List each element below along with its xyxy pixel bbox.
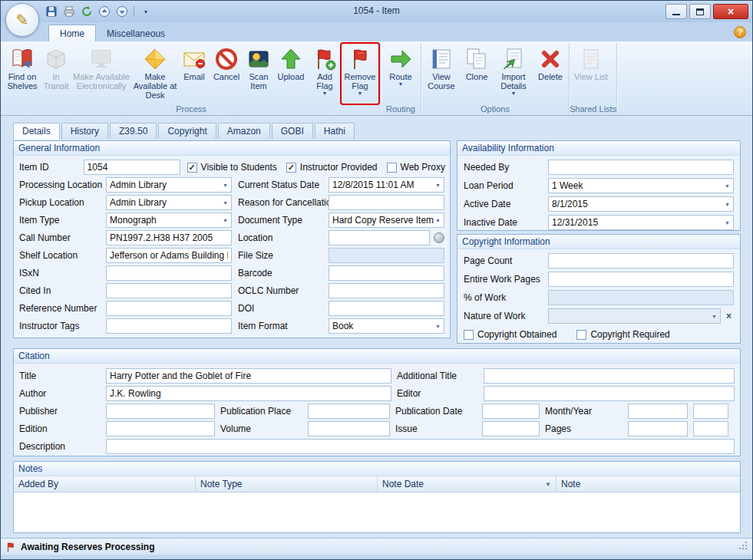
doi-input[interactable]: [329, 301, 444, 316]
edition-input[interactable]: [106, 421, 215, 436]
reference-number-input[interactable]: [106, 301, 232, 316]
copyright-required-label: Copyright Required: [590, 329, 669, 340]
upload-button[interactable]: Upload: [274, 44, 308, 104]
refresh-button[interactable]: [79, 4, 94, 19]
additional-title-input[interactable]: [484, 368, 735, 384]
next-item-button[interactable]: [114, 4, 130, 19]
pages-start-input[interactable]: [628, 421, 688, 436]
remove-flag-button[interactable]: Remove Flag ▼: [342, 44, 378, 104]
tab-amazon[interactable]: Amazon: [218, 123, 270, 139]
delete-button[interactable]: Delete: [533, 44, 567, 104]
ribbon-tab-miscellaneous[interactable]: Miscellaneous: [96, 25, 176, 41]
instructor-tags-input[interactable]: [106, 318, 232, 334]
add-flag-dropdown-icon[interactable]: ▼: [322, 91, 328, 97]
resize-grip[interactable]: [738, 541, 748, 552]
find-on-shelves-button[interactable]: Find on Shelves: [4, 44, 41, 104]
nature-of-work-clear-button[interactable]: ×: [721, 311, 734, 321]
call-number-input[interactable]: [106, 230, 232, 245]
notes-table-body[interactable]: [14, 492, 740, 532]
pages-label: Pages: [540, 423, 628, 434]
minimize-button[interactable]: [665, 4, 687, 19]
publication-date-input[interactable]: [482, 404, 540, 419]
publication-place-input[interactable]: [308, 404, 390, 419]
active-date-select[interactable]: 8/1/2015▼: [548, 196, 734, 212]
instructor-provided-checkbox[interactable]: Instructor Provided: [286, 162, 378, 173]
description-input[interactable]: [106, 439, 735, 454]
column-header-note-type[interactable]: Note Type: [196, 476, 378, 492]
import-details-dropdown-icon[interactable]: ▼: [511, 91, 517, 97]
year-input[interactable]: [693, 404, 728, 419]
author-input[interactable]: [106, 386, 391, 401]
tab-copyright[interactable]: Copyright: [158, 123, 216, 139]
route-button[interactable]: Route ▼: [382, 44, 419, 104]
editor-input[interactable]: [484, 386, 735, 401]
visible-to-students-checkbox[interactable]: Visible to Students: [187, 162, 277, 173]
item-type-select[interactable]: Monograph▼: [106, 212, 232, 228]
print-button[interactable]: [61, 4, 77, 19]
column-header-added-by[interactable]: Added By: [14, 476, 196, 492]
entire-work-pages-input[interactable]: [548, 272, 734, 287]
ribbon-tab-home[interactable]: Home: [48, 25, 96, 41]
reason-for-cancellation-input[interactable]: [329, 195, 444, 210]
clone-button[interactable]: Clone: [460, 44, 494, 104]
title-input[interactable]: [106, 368, 391, 384]
inactive-date-select[interactable]: 12/31/2015▼: [548, 215, 734, 230]
pages-end-input[interactable]: [693, 421, 728, 436]
pickup-location-select[interactable]: Admin Library▼: [106, 195, 232, 210]
publisher-input[interactable]: [106, 404, 215, 419]
status-text: Awaiting Reserves Processing: [21, 542, 155, 552]
volume-input[interactable]: [308, 421, 390, 436]
cancel-button[interactable]: Cancel: [210, 44, 243, 104]
location-indicator-icon[interactable]: [434, 232, 444, 243]
close-button[interactable]: ×: [713, 4, 748, 19]
barcode-input[interactable]: [329, 265, 444, 281]
import-details-button[interactable]: Import Details ▼: [494, 44, 533, 104]
scan-item-button[interactable]: Scan Item: [243, 44, 274, 104]
make-available-electronically-button: Make Available Electronically: [71, 44, 131, 104]
route-dropdown-icon[interactable]: ▼: [398, 81, 404, 87]
current-status-date-select[interactable]: 12/8/2015 11:01 AM▼: [329, 177, 444, 193]
view-course-button[interactable]: View Course: [423, 44, 460, 104]
item-format-select[interactable]: Book▼: [329, 318, 444, 334]
maximize-button[interactable]: [689, 4, 711, 19]
save-button[interactable]: [44, 4, 59, 19]
tab-gobi[interactable]: GOBI: [272, 123, 313, 139]
make-available-at-desk-button[interactable]: Make Available at Desk: [131, 44, 179, 104]
copyright-obtained-checkbox[interactable]: Copyright Obtained: [464, 329, 556, 340]
item-id-input[interactable]: [84, 160, 180, 175]
copyright-required-checkbox[interactable]: Copyright Required: [576, 329, 669, 340]
app-icon[interactable]: ✎: [5, 3, 39, 37]
detail-tabs: Details History Z39.50 Copyright Amazon …: [13, 122, 741, 139]
isxn-input[interactable]: [106, 265, 232, 281]
issue-input[interactable]: [482, 421, 540, 436]
tab-history[interactable]: History: [61, 123, 108, 139]
add-flag-button[interactable]: Add Flag ▼: [308, 44, 342, 104]
page-count-input[interactable]: [548, 253, 734, 268]
cited-in-input[interactable]: [106, 283, 232, 298]
remove-flag-dropdown-icon[interactable]: ▼: [358, 91, 363, 97]
tab-hathi[interactable]: Hathi: [315, 123, 355, 139]
shelf-location-input[interactable]: [106, 248, 232, 263]
previous-item-button[interactable]: [97, 4, 112, 19]
column-header-note[interactable]: Note: [556, 476, 740, 492]
tab-z3950[interactable]: Z39.50: [110, 123, 157, 139]
needed-by-input[interactable]: [548, 160, 734, 175]
help-button[interactable]: ?: [734, 26, 746, 38]
web-proxy-checkbox[interactable]: Web Proxy: [387, 162, 445, 173]
month-input[interactable]: [628, 404, 688, 419]
document-type-select[interactable]: Hard Copy Reserve Item▼: [329, 212, 444, 228]
email-button[interactable]: Email: [179, 44, 210, 104]
make-available-electronically-label: Make Available Electronically: [73, 72, 130, 91]
note-date-filter-icon[interactable]: ▼: [545, 481, 551, 488]
added-by-header-label: Added By: [18, 479, 58, 489]
nature-of-work-select[interactable]: ▼: [548, 308, 721, 324]
copyright-obtained-label: Copyright Obtained: [477, 329, 556, 340]
tab-details[interactable]: Details: [13, 123, 60, 140]
customize-qat-button[interactable]: ▾: [138, 4, 154, 19]
loan-period-select[interactable]: 1 Week▼: [548, 178, 734, 193]
column-header-note-date[interactable]: Note Date▼: [378, 476, 556, 492]
processing-location-select[interactable]: Admin Library▼: [106, 177, 232, 193]
location-input[interactable]: [329, 230, 430, 245]
oclc-number-input[interactable]: [329, 283, 444, 298]
email-label: Email: [183, 72, 205, 81]
